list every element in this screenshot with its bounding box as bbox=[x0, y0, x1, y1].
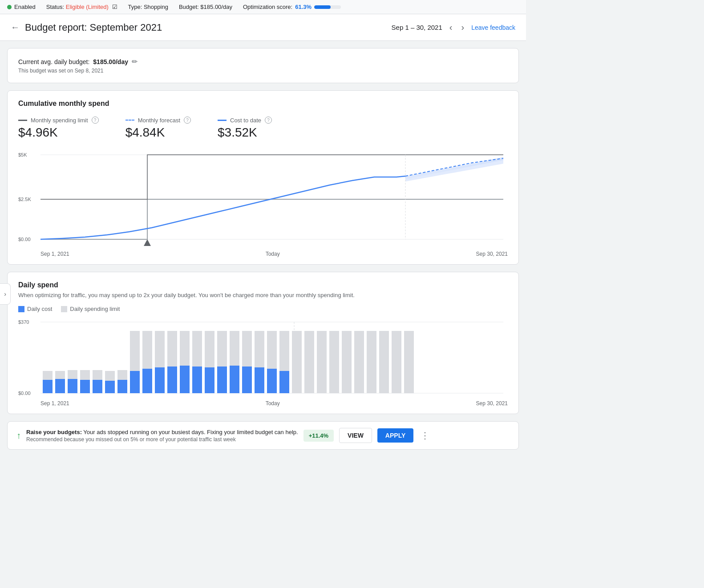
bar-legend-gray: Daily spending limit bbox=[61, 306, 120, 312]
enabled-dot bbox=[7, 5, 12, 9]
svg-rect-57 bbox=[317, 331, 327, 393]
metric-value-2: $3.52K bbox=[218, 125, 272, 140]
budget-value: $185.00/day bbox=[200, 4, 232, 10]
blue-legend-box bbox=[18, 306, 24, 312]
svg-rect-27 bbox=[117, 380, 127, 393]
budget-info-card: Current avg. daily budget: $185.00/day ✏… bbox=[7, 48, 519, 83]
more-options-button[interactable]: ⋮ bbox=[419, 428, 431, 443]
status-enabled: Enabled bbox=[7, 4, 36, 10]
svg-rect-31 bbox=[142, 369, 152, 393]
svg-rect-55 bbox=[292, 331, 302, 393]
svg-rect-64 bbox=[404, 331, 414, 393]
status-value: Eligible (Limited) bbox=[66, 4, 109, 10]
svg-rect-62 bbox=[379, 331, 389, 393]
checkbox-icon[interactable]: ☑ bbox=[112, 4, 117, 10]
metric-cost-to-date: Cost to date ? $3.52K bbox=[218, 117, 272, 140]
svg-rect-49 bbox=[255, 367, 264, 393]
apply-button[interactable]: APPLY bbox=[377, 428, 413, 443]
svg-rect-33 bbox=[155, 367, 165, 393]
daily-bar-chart-svg: $370 $0.00 bbox=[18, 318, 508, 398]
svg-rect-45 bbox=[230, 366, 239, 393]
rec-title: Raise your budgets: bbox=[26, 429, 82, 435]
score-badge: +11.4% bbox=[303, 430, 334, 442]
cumulative-chart: $5K $2.5K $0.00 bbox=[18, 150, 508, 248]
header-right: Sep 1 – 30, 2021 ‹ › Leave feedback bbox=[392, 20, 515, 34]
svg-rect-17 bbox=[55, 379, 65, 393]
chevron-right-icon: › bbox=[4, 290, 6, 298]
leave-feedback-link[interactable]: Leave feedback bbox=[471, 24, 515, 31]
svg-rect-35 bbox=[167, 366, 177, 393]
page-title-area: ← Budget report: September 2021 bbox=[11, 22, 162, 33]
daily-spend-inner: Daily spend When optimizing for traffic,… bbox=[8, 272, 518, 414]
opt-score-value: 61.3% bbox=[295, 4, 312, 10]
opt-score-bar-bg bbox=[314, 5, 341, 9]
cumulative-card: Cumulative monthly spend Monthly spendin… bbox=[7, 90, 519, 265]
budget-info-amount: $185.00/day bbox=[93, 58, 128, 65]
back-button[interactable]: ← bbox=[11, 22, 20, 32]
svg-text:$5K: $5K bbox=[18, 152, 27, 157]
opt-score-bar-fill bbox=[314, 5, 331, 9]
daily-bar-chart: $370 $0.00 bbox=[18, 318, 508, 398]
edit-budget-button[interactable]: ✏ bbox=[132, 57, 138, 66]
view-button[interactable]: VIEW bbox=[339, 428, 372, 443]
svg-rect-19 bbox=[68, 379, 77, 393]
svg-rect-43 bbox=[217, 366, 227, 393]
svg-rect-59 bbox=[342, 331, 352, 393]
sidebar-toggle[interactable]: › bbox=[0, 283, 11, 305]
svg-rect-51 bbox=[267, 369, 277, 393]
svg-rect-53 bbox=[279, 371, 289, 393]
svg-marker-6 bbox=[144, 239, 151, 246]
legend-dashed-blue bbox=[125, 120, 134, 121]
svg-rect-61 bbox=[367, 331, 376, 393]
daily-spend-card: Daily spend When optimizing for traffic,… bbox=[7, 272, 519, 414]
svg-rect-21 bbox=[80, 380, 90, 393]
svg-rect-56 bbox=[304, 331, 314, 393]
metric-legend-0: Monthly spending limit ? bbox=[18, 117, 99, 124]
prev-period-button[interactable]: ‹ bbox=[448, 20, 454, 34]
metric-label-0: Monthly spending limit bbox=[31, 117, 88, 124]
enabled-label: Enabled bbox=[14, 4, 36, 10]
next-period-button[interactable]: › bbox=[459, 20, 466, 34]
info-icon-2[interactable]: ? bbox=[265, 117, 272, 124]
metric-label-1: Monthly forecast bbox=[138, 117, 180, 124]
page-title: Budget report: September 2021 bbox=[25, 22, 162, 33]
recommendation-bar: ↑ Raise your budgets: Your ads stopped r… bbox=[7, 421, 519, 450]
daily-spend-title: Daily spend bbox=[18, 281, 508, 289]
cumulative-chart-x-labels: Sep 1, 2021 Today Sep 30, 2021 bbox=[18, 248, 508, 264]
bar-legend: Daily cost Daily spending limit bbox=[18, 306, 508, 312]
date-range: Sep 1 – 30, 2021 bbox=[392, 24, 442, 31]
rec-icon: ↑ bbox=[16, 431, 21, 441]
daily-x-label-0: Sep 1, 2021 bbox=[40, 400, 69, 407]
x-label-0: Sep 1, 2021 bbox=[40, 251, 69, 257]
svg-rect-15 bbox=[43, 380, 53, 393]
gray-legend-label: Daily spending limit bbox=[70, 306, 120, 312]
budget-set-date: This budget was set on Sep 8, 2021 bbox=[18, 68, 508, 74]
type-value: Shopping bbox=[144, 4, 168, 10]
page-header: ← Budget report: September 2021 Sep 1 – … bbox=[0, 14, 526, 41]
cumulative-title: Cumulative monthly spend bbox=[18, 100, 508, 108]
svg-text:$2.5K: $2.5K bbox=[18, 197, 31, 202]
svg-text:$370: $370 bbox=[18, 319, 29, 325]
opt-score-label: Optimization score: bbox=[243, 4, 292, 10]
metric-value-0: $4.96K bbox=[18, 125, 99, 140]
status-item: Status: Eligible (Limited) ☑ bbox=[46, 4, 117, 10]
rec-sub: Recommended because you missed out on 5%… bbox=[26, 436, 298, 443]
gray-legend-box bbox=[61, 306, 67, 312]
bar-legend-blue: Daily cost bbox=[18, 306, 52, 312]
cumulative-inner: Cumulative monthly spend Monthly spendin… bbox=[8, 91, 518, 264]
svg-text:$0.00: $0.00 bbox=[18, 391, 31, 396]
budget-item: Budget: $185.00/day bbox=[179, 4, 232, 10]
metric-spending-limit: Monthly spending limit ? $4.96K bbox=[18, 117, 99, 140]
daily-spend-subtitle: When optimizing for traffic, you may spe… bbox=[18, 292, 508, 298]
rec-text: Raise your budgets: Your ads stopped run… bbox=[26, 429, 298, 435]
svg-text:$0.00: $0.00 bbox=[18, 237, 31, 242]
info-icon-0[interactable]: ? bbox=[92, 117, 99, 124]
blue-legend-label: Daily cost bbox=[27, 306, 52, 312]
daily-x-label-end: Sep 30, 2021 bbox=[476, 400, 508, 407]
svg-rect-25 bbox=[105, 381, 115, 393]
svg-rect-41 bbox=[205, 367, 214, 393]
info-icon-1[interactable]: ? bbox=[184, 117, 191, 124]
rec-body: Your ads stopped running on your busiest… bbox=[83, 429, 298, 435]
metric-value-1: $4.84K bbox=[125, 125, 191, 140]
budget-info-label: Current avg. daily budget: bbox=[18, 58, 89, 65]
